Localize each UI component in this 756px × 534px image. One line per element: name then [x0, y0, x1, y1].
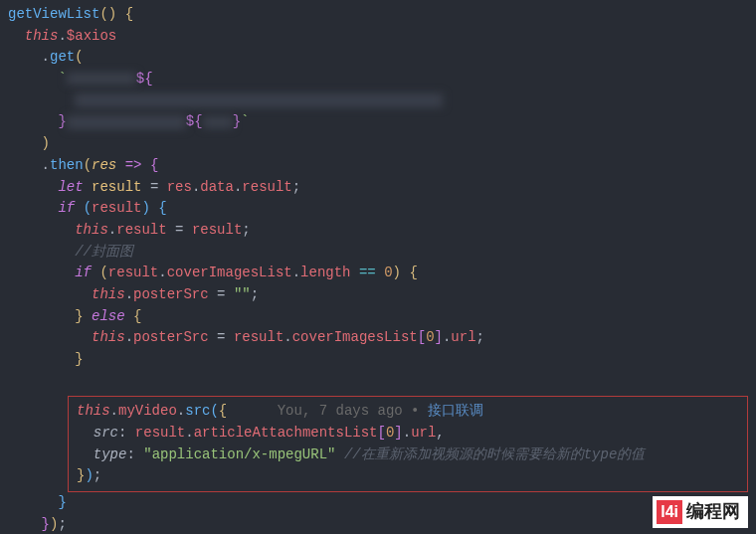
git-blame-annotation: You, 7 days ago • 接口联调 [278, 403, 483, 419]
redacted-text [67, 73, 136, 85]
highlighted-block: this.myVideo.src({ You, 7 days ago • 接口联… [68, 396, 748, 492]
code-line: getViewList() { [8, 4, 756, 26]
code-line [8, 371, 756, 393]
code-line: }${}` [8, 111, 756, 133]
code-line: this.$axios [8, 26, 756, 48]
code-line: }); [77, 465, 739, 487]
code-line: if (result.coverImagesList.length == 0) … [8, 263, 756, 284]
code-line: }); [8, 514, 756, 534]
code-line: let result = res.data.result; [8, 177, 756, 199]
code-line: //封面图 [8, 242, 756, 264]
code-line [8, 90, 756, 112]
redacted-text [67, 115, 186, 129]
redacted-text [75, 93, 443, 107]
code-line: `${ [8, 69, 756, 90]
code-line: this.result = result; [8, 220, 756, 242]
code-line: .then(res => { [8, 155, 756, 177]
code-line: } [8, 492, 756, 514]
redacted-text [203, 116, 233, 128]
site-watermark: l4i 编程网 [653, 496, 748, 528]
watermark-text: 编程网 [686, 498, 740, 526]
code-line: type: "application/x-mpegURL" //在重新添加视频源… [77, 445, 739, 466]
code-line: if (result) { [8, 198, 756, 220]
code-editor[interactable]: getViewList() { this.$axios .get( `${ }$… [8, 4, 756, 534]
code-line: src: result.articleAttachmentsList[0].ur… [77, 423, 739, 445]
code-line: this.posterSrc = ""; [8, 284, 756, 306]
code-line: this.posterSrc = result.coverImagesList[… [8, 327, 756, 349]
code-line: } else { [8, 306, 756, 328]
code-line: } [8, 349, 756, 371]
code-line: .get( [8, 47, 756, 69]
watermark-logo: l4i [657, 500, 682, 525]
code-line: ) [8, 133, 756, 155]
method-name: getViewList [8, 6, 99, 22]
code-line: this.myVideo.src({ You, 7 days ago • 接口联… [77, 401, 739, 423]
